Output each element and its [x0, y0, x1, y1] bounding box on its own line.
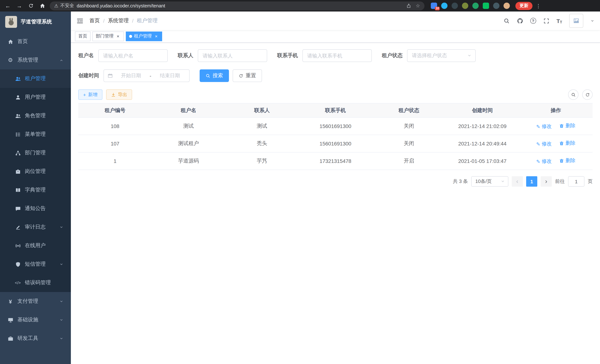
- column-header: 联系人: [225, 103, 299, 117]
- help-icon[interactable]: ?: [530, 18, 536, 24]
- extension-icon[interactable]: [483, 3, 489, 9]
- add-button[interactable]: + 新增: [78, 89, 102, 100]
- close-icon[interactable]: ×: [154, 34, 159, 39]
- status-select-placeholder: 请选择租户状态: [412, 52, 447, 59]
- extension-icon[interactable]: [462, 3, 468, 9]
- tab-home[interactable]: 首页: [75, 31, 91, 41]
- edit-link[interactable]: ✎修改: [536, 141, 552, 147]
- status-select[interactable]: 请选择租户状态: [407, 49, 476, 62]
- top-navbar: 首页 / 系统管理 / 租户管理 ? TT: [71, 11, 600, 30]
- refresh-table-button[interactable]: [582, 89, 593, 100]
- shield-icon: [15, 261, 21, 267]
- page-number-button[interactable]: 1: [526, 176, 537, 187]
- online-signal-icon: [15, 243, 21, 248]
- search-icon[interactable]: [503, 18, 510, 24]
- browser-forward-icon[interactable]: →: [15, 2, 23, 10]
- extension-icon[interactable]: [493, 3, 499, 9]
- sidebar-item-sms[interactable]: 短信管理: [0, 255, 71, 273]
- bookmark-star-icon[interactable]: ☆: [416, 3, 420, 9]
- sidebar-item-label: 支付管理: [18, 298, 38, 305]
- page-size-select[interactable]: 10条/页: [471, 176, 508, 187]
- sidebar-item-label: 首页: [18, 38, 28, 45]
- address-bar[interactable]: ⚠ 不安全 dashboard.yudao.iocoder.cn/system/…: [50, 1, 424, 10]
- extension-icon[interactable]: 10: [431, 3, 437, 9]
- logo[interactable]: 芋道管理系统: [0, 11, 71, 32]
- extension-icon[interactable]: [451, 3, 458, 9]
- breadcrumb-item[interactable]: 首页: [89, 18, 100, 24]
- edit-link[interactable]: ✎修改: [536, 123, 552, 130]
- export-button[interactable]: 导出: [106, 89, 132, 100]
- delete-link[interactable]: 删除: [559, 122, 575, 129]
- edit-link[interactable]: ✎修改: [536, 158, 552, 165]
- goto-page-input[interactable]: [568, 176, 584, 187]
- edit-log-icon: [15, 224, 21, 230]
- font-size-icon[interactable]: TT: [556, 18, 562, 24]
- cell-actions: ✎修改 删除: [519, 135, 593, 152]
- sidebar-item-online-users[interactable]: 在线用户: [0, 236, 71, 255]
- edit-icon: ✎: [536, 159, 540, 164]
- sidebar: 芋道管理系统 首页 ⚙ 系统管理 租户管理 用户管理: [0, 11, 71, 364]
- sidebar-item-role[interactable]: 角色管理: [0, 106, 71, 125]
- browser-menu-icon[interactable]: ⋮: [536, 3, 541, 9]
- sidebar-item-home[interactable]: 首页: [0, 32, 71, 51]
- sidebar-item-label: 审计日志: [25, 224, 46, 230]
- cell-actions: ✎修改 删除: [519, 117, 593, 135]
- share-icon[interactable]: [406, 3, 411, 8]
- date-range-picker[interactable]: 开始日期 - 结束日期: [103, 69, 190, 82]
- avatar-caret-down-icon[interactable]: [590, 19, 594, 23]
- sidebar-item-dev-tools[interactable]: 研发工具: [0, 329, 71, 348]
- sidebar-item-label: 字典管理: [25, 187, 46, 193]
- tab-label: 首页: [78, 33, 87, 39]
- tab-tenant-active[interactable]: 租户管理 ×: [126, 31, 162, 41]
- delete-link[interactable]: 删除: [559, 157, 575, 164]
- github-icon[interactable]: [517, 18, 523, 24]
- search-button[interactable]: 搜索: [200, 69, 229, 82]
- tab-dept[interactable]: 部门管理 ×: [92, 31, 124, 41]
- reset-button[interactable]: 重置: [233, 69, 262, 82]
- extension-icon[interactable]: [504, 3, 510, 9]
- sidebar-item-dict[interactable]: 字典管理: [0, 181, 71, 199]
- tenant-name-input[interactable]: [98, 49, 168, 62]
- prev-page-button[interactable]: ‹: [512, 176, 523, 187]
- status-label: 租户状态: [382, 52, 403, 59]
- contact-input[interactable]: [198, 49, 267, 62]
- breadcrumb-item[interactable]: 系统管理: [108, 18, 129, 24]
- sidebar-toggle-icon[interactable]: [76, 17, 84, 24]
- sidebar-item-label: 短信管理: [25, 261, 46, 268]
- sidebar-item-dept[interactable]: 部门管理: [0, 144, 71, 162]
- sidebar-item-payment[interactable]: ¥ 支付管理: [0, 292, 71, 311]
- phone-input[interactable]: [302, 49, 372, 62]
- browser-back-icon[interactable]: ←: [4, 2, 12, 10]
- next-page-button[interactable]: ›: [541, 176, 552, 187]
- cell-created: 2021-01-05 17:03:47: [446, 152, 519, 170]
- url-text[interactable]: dashboard.yudao.iocoder.cn/system/tenant: [77, 3, 404, 8]
- goto-label: 前往: [555, 178, 565, 185]
- sidebar-item-notice[interactable]: 通知公告: [0, 199, 71, 218]
- show-search-toggle-button[interactable]: [568, 89, 579, 100]
- sidebar-item-infra[interactable]: 基础设施: [0, 311, 71, 329]
- sidebar-item-user[interactable]: 用户管理: [0, 88, 71, 106]
- browser-reload-icon[interactable]: [27, 2, 35, 10]
- edit-label: 修改: [542, 158, 552, 165]
- chrome-update-button[interactable]: 更新: [516, 2, 533, 10]
- sidebar-item-post[interactable]: 岗位管理: [0, 162, 71, 181]
- delete-link[interactable]: 删除: [559, 140, 575, 147]
- extension-icon[interactable]: [472, 3, 479, 9]
- sidebar-item-label: 部门管理: [25, 149, 46, 156]
- cell-actions: ✎修改 删除: [519, 152, 593, 170]
- sidebar-item-tenant[interactable]: 租户管理: [0, 69, 71, 88]
- table-row: 107 测试租户 秃头 15601691300 关闭 2021-12-14 20…: [78, 135, 593, 152]
- extension-icon[interactable]: [441, 3, 448, 9]
- security-indicator[interactable]: ⚠ 不安全: [54, 3, 74, 9]
- user-avatar[interactable]: [569, 14, 583, 28]
- sidebar-item-system[interactable]: ⚙ 系统管理: [0, 51, 71, 69]
- sidebar-item-menu[interactable]: 菜单管理: [0, 125, 71, 144]
- close-icon[interactable]: ×: [115, 34, 121, 39]
- sidebar-item-error-code[interactable]: </> 错误码管理: [0, 273, 71, 292]
- fullscreen-icon[interactable]: [543, 18, 549, 24]
- column-header: 联系手机: [299, 103, 372, 117]
- plus-icon: +: [83, 92, 86, 97]
- browser-home-icon[interactable]: [38, 2, 46, 10]
- sidebar-item-audit-log[interactable]: 审计日志: [0, 218, 71, 236]
- cell-contact: 秃头: [225, 135, 299, 152]
